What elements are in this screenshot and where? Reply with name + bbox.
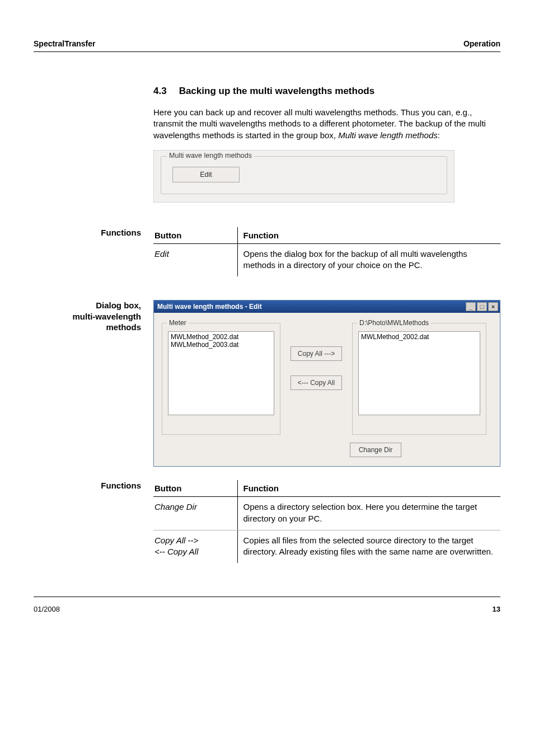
list-item[interactable]: MWLMethod_2002.dat [360, 333, 479, 341]
intro-emphasis: Multi wave length methods [338, 130, 438, 140]
maximize-icon[interactable]: □ [477, 302, 487, 311]
meter-group-title: Meter [167, 319, 189, 327]
list-item[interactable]: MWLMethod_2003.dat [170, 341, 273, 349]
section-heading: Backing up the multi wavelengths methods [179, 86, 375, 96]
td-changedir-fn: Opens a directory selection box. Here yo… [237, 497, 500, 530]
sidebar-functions-2: Functions [34, 480, 153, 491]
footer-date: 01/2008 [34, 605, 60, 613]
meter-listbox[interactable]: MWLMethod_2002.dat MWLMethod_2003.dat [168, 331, 274, 415]
td-edit-fn: Opens the dialog box for the backup of a… [237, 243, 500, 276]
close-icon[interactable]: × [488, 302, 498, 311]
list-item[interactable]: MWLMethod_2002.dat [170, 333, 273, 341]
groupbox-title: Multi wave length methods [167, 152, 254, 159]
target-dir-group: D:\Photo\MWLMethods MWLMethod_2002.dat [352, 323, 486, 435]
sidebar-dialog-box: Dialog box, multi-wavelength methods [34, 300, 153, 333]
functions-table-2: Button Function Change Dir Opens a direc… [153, 480, 500, 563]
td-copyall-btn: Copy All --> <-- Copy All [153, 530, 237, 563]
target-dir-title: D:\Photo\MWLMethods [357, 319, 431, 327]
functions-table-1: Button Function Edit Opens the dialog bo… [153, 227, 500, 277]
copy-all-right-button[interactable]: Copy All ---> [291, 346, 342, 361]
mwl-edit-dialog: Multi wave length methods - Edit _ □ × M… [153, 300, 500, 467]
page-footer: 01/2008 13 [34, 597, 500, 613]
section-number: 4.3 [153, 86, 167, 97]
dialog-title: Multi wave length methods - Edit [157, 303, 466, 311]
intro-paragraph: Here you can back up and recover all mul… [153, 107, 500, 141]
change-dir-button[interactable]: Change Dir [350, 443, 401, 457]
section-title: 4.3Backing up the multi wavelengths meth… [153, 86, 500, 97]
td-changedir-btn: Change Dir [153, 497, 237, 530]
copy-all-left-button[interactable]: <--- Copy All [291, 375, 342, 390]
footer-page: 13 [493, 605, 500, 613]
window-controls: _ □ × [466, 302, 498, 311]
minimize-icon[interactable]: _ [466, 302, 476, 311]
groupbox-screenshot: Multi wave length methods Edit [153, 150, 455, 203]
header-right: Operation [463, 39, 500, 48]
td-edit-btn: Edit [153, 243, 237, 276]
th-button: Button [153, 227, 237, 244]
th-button: Button [153, 480, 237, 497]
th-function: Function [237, 480, 500, 497]
meter-group: Meter MWLMethod_2002.dat MWLMethod_2003.… [162, 323, 280, 435]
td-copyall-fn: Copies all files from the selected sourc… [237, 530, 500, 563]
header-left: SpectralTransfer [34, 39, 96, 48]
dialog-titlebar: Multi wave length methods - Edit _ □ × [154, 300, 500, 313]
multi-wave-groupbox: Multi wave length methods Edit [161, 156, 447, 194]
page-header: SpectralTransfer Operation [34, 39, 500, 52]
sidebar-functions-1: Functions [34, 227, 153, 238]
th-function: Function [237, 227, 500, 244]
target-listbox[interactable]: MWLMethod_2002.dat [358, 331, 480, 415]
edit-button[interactable]: Edit [172, 167, 240, 182]
